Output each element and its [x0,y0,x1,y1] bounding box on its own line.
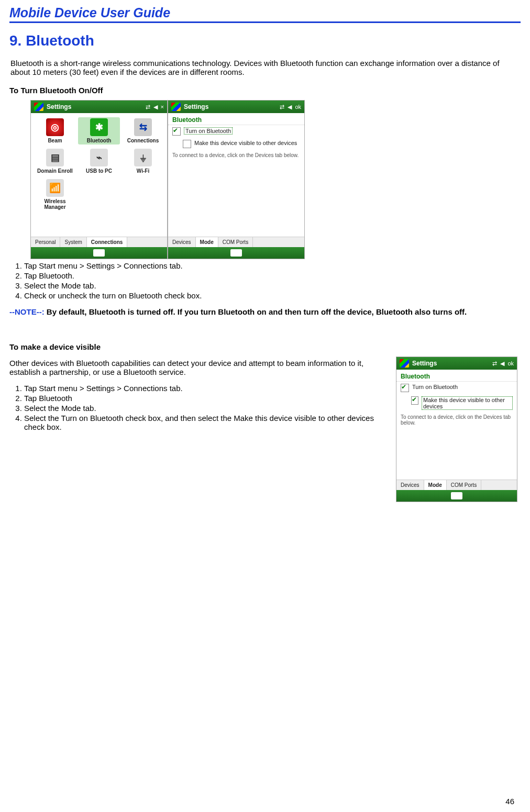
start-flag-icon[interactable] [171,103,181,111]
tile-beam[interactable]: ◎Beam [34,117,76,144]
keyboard-icon[interactable] [451,492,462,499]
signal-icon: ⇄ [492,360,497,367]
tab-devices[interactable]: Devices [396,480,424,490]
screenshot-bluetooth-mode-visible: Settings ⇄ ◀ ok Bluetooth Turn on Blueto… [396,357,517,502]
softkey-bar [396,490,517,502]
topbar-title: Settings [47,103,142,110]
bluetooth-mode-area: Bluetooth Turn on Bluetooth Make this de… [396,370,517,480]
screenshot-topbar: Settings ⇄ ◀ × [31,101,167,113]
start-flag-icon[interactable] [34,103,43,111]
tab-com-ports[interactable]: COM Ports [218,237,253,247]
label-turn-on-bluetooth: Turn on Bluetooth [412,384,458,390]
beam-icon: ◎ [46,118,64,136]
tile-wifi[interactable]: ⏚Wi-Fi [122,148,164,175]
tile-domain-label: Domain Enroll [37,168,73,174]
volume-icon: ◀ [288,104,292,110]
row-make-visible[interactable]: Make this device visible to other device… [168,138,304,150]
topbar-title: Settings [412,360,489,367]
tile-beam-label: Beam [48,138,62,143]
tab-system[interactable]: System [60,237,86,247]
steps-list-1: Tap Start menu > Settings > Connections … [12,261,521,300]
visible-section-row: Other devices with Bluetooth capabilitie… [9,357,521,502]
tabbar-bluetooth: Devices Mode COM Ports [396,480,517,490]
wifi-icon: ⏚ [134,149,152,166]
step-4: Check or uncheck the turn on Bluetooth c… [24,291,521,300]
volume-icon: ◀ [153,104,158,110]
checkbox-turn-on-bluetooth[interactable] [172,127,181,136]
tile-domain-enroll[interactable]: ▤Domain Enroll [34,148,76,175]
step2-4: Select the Turn on Bluetooth check box, … [24,414,383,431]
close-icon[interactable]: × [161,104,164,110]
label-turn-on-bluetooth: Turn on Bluetooth [184,127,233,135]
softkey-bar [31,247,167,259]
signal-icon: ⇄ [146,104,150,110]
usb-icon: ⌁ [90,149,108,166]
row-make-visible[interactable]: Make this device visible to other device… [396,394,517,412]
screenshot-topbar: Settings ⇄ ◀ ok [396,357,517,370]
tile-bluetooth-label: Bluetooth [87,138,112,143]
screenshot-row-1: Settings ⇄ ◀ × ◎Beam ✱Bluetooth ⇆Connect… [9,100,521,259]
checkbox-make-visible[interactable] [183,140,191,148]
tile-wireless-label: Wireless Manager [35,198,75,210]
page-subtitle: Bluetooth [396,370,517,382]
status-icons: ⇄ ◀ × [146,104,164,110]
connections-icon: ⇆ [134,118,152,136]
note-text: By default, Bluetooth is turned off. If … [45,307,467,316]
tile-usb-to-pc[interactable]: ⌁USB to PC [78,148,120,175]
screenshot-settings-connections: Settings ⇄ ◀ × ◎Beam ✱Bluetooth ⇆Connect… [30,100,168,259]
row-turn-on-bluetooth[interactable]: Turn on Bluetooth [396,382,517,394]
status-icons: ⇄ ◀ ok [280,104,301,110]
visible-section-screenshot: Settings ⇄ ◀ ok Bluetooth Turn on Blueto… [396,357,521,502]
note-tag: --NOTE--: [9,307,45,316]
bluetooth-mode-area: Bluetooth Turn on Bluetooth Make this de… [168,113,304,237]
label-make-visible: Make this device visible to other device… [422,396,513,410]
tab-mode[interactable]: Mode [424,480,447,490]
chapter-title: 9. Bluetooth [9,32,521,49]
settings-grid-area: ◎Beam ✱Bluetooth ⇆Connections ▤Domain En… [31,113,167,237]
status-icons: ⇄ ◀ ok [492,360,514,367]
visible-intro: Other devices with Bluetooth capabilitie… [9,359,383,376]
bluetooth-icon: ✱ [90,118,108,136]
steps-list-2: Tap Start menu > Settings > Connections … [12,384,383,431]
tile-bluetooth[interactable]: ✱Bluetooth [78,117,120,144]
tabbar-bluetooth: Devices Mode COM Ports [168,237,304,247]
label-make-visible: Make this device visible to other device… [194,140,297,146]
tab-personal[interactable]: Personal [31,237,60,247]
tab-devices[interactable]: Devices [168,237,196,247]
tile-connections-label: Connections [127,138,159,143]
screenshot-bluetooth-mode-off: Settings ⇄ ◀ ok Bluetooth Turn on Blueto… [168,100,305,259]
tab-com-ports[interactable]: COM Ports [447,480,481,490]
step-2: Tap Bluetooth. [24,271,521,280]
ok-button[interactable]: ok [507,360,514,367]
tab-mode[interactable]: Mode [196,237,218,247]
note-line: --NOTE--: By default, Bluetooth is turne… [9,307,521,316]
volume-icon: ◀ [500,360,504,367]
ok-button[interactable]: ok [295,104,301,110]
section-1-heading: To Turn Bluetooth On/Off [9,86,521,95]
tab-connections[interactable]: Connections [87,237,128,247]
antenna-icon: 📶 [46,179,64,197]
tabbar-settings: Personal System Connections [31,237,167,247]
keyboard-icon[interactable] [230,249,242,257]
step2-3: Select the Mode tab. [24,404,383,413]
checkbox-turn-on-bluetooth[interactable] [401,384,409,392]
step-1: Tap Start menu > Settings > Connections … [24,261,521,270]
page-subtitle: Bluetooth [168,113,304,125]
tile-connections[interactable]: ⇆Connections [122,117,164,144]
step2-1: Tap Start menu > Settings > Connections … [24,384,383,393]
hint-text: To connect to a device, click on the Dev… [168,150,304,160]
domain-icon: ▤ [46,149,64,166]
hint-text: To connect to a device, click on the Dev… [396,412,517,428]
step-3: Select the Mode tab. [24,281,521,290]
intro-paragraph: Bluetooth is a short-range wireless comm… [10,59,521,76]
topbar-title: Settings [184,103,277,110]
visible-section-text: Other devices with Bluetooth capabilitie… [9,357,383,439]
start-flag-icon[interactable] [400,359,409,368]
doc-title: Mobile Device User Guide [9,5,521,23]
checkbox-make-visible[interactable] [411,396,418,405]
row-turn-on-bluetooth[interactable]: Turn on Bluetooth [168,125,304,138]
step2-2: Tap Bluetooth [24,394,383,403]
keyboard-icon[interactable] [93,249,105,257]
tile-wireless-manager[interactable]: 📶Wireless Manager [34,178,76,211]
softkey-bar [168,247,304,259]
